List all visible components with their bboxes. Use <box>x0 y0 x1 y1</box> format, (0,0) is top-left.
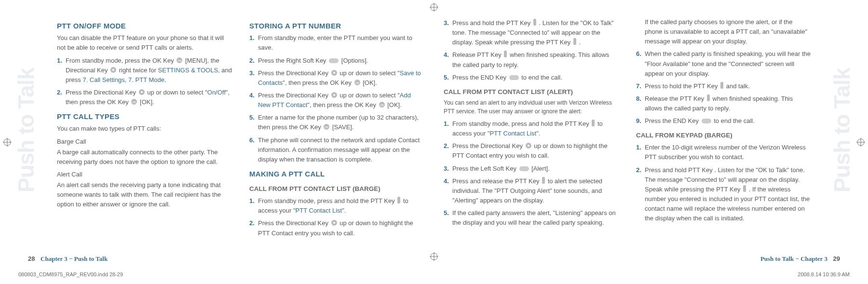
list-item: 8.Release the PTT Key when finished spea… <box>636 94 811 113</box>
crop-mark-icon <box>430 3 438 12</box>
link-text: SETTINGS & TOOLS <box>158 67 218 74</box>
body-text: A barge call automatically connects to t… <box>57 148 232 167</box>
svg-rect-46 <box>743 185 746 192</box>
left-column-2: STORING A PTT NUMBER 1.From standby mode… <box>249 16 424 257</box>
svg-rect-37 <box>509 75 519 80</box>
ptt-key-icon <box>706 94 710 102</box>
svg-point-15 <box>112 69 114 71</box>
chapter-label: Chapter 3 − Push to Talk <box>41 255 108 262</box>
body-text: You can make two types of PTT calls: <box>57 124 232 134</box>
soft-key-icon <box>519 166 529 172</box>
page-right: 3.Press and hold the PTT Key . Listen fo… <box>434 16 850 257</box>
list-item: 3.Press the Directional Key up or down t… <box>249 68 424 88</box>
list-item: 3.Press the Left Soft Key [Alert]. <box>444 164 619 174</box>
right-column-2: If the called party chooses to ignore th… <box>636 16 811 257</box>
subheading-alert: Alert Call <box>57 170 232 179</box>
svg-text:OK: OK <box>132 101 136 104</box>
list-item: 3.Press and hold the PTT Key . Listen fo… <box>444 18 619 47</box>
crop-mark-icon <box>3 138 12 147</box>
ordered-list: 1.Enter the 10-digit wireless number of … <box>636 143 811 223</box>
directional-key-icon <box>331 69 338 76</box>
svg-rect-43 <box>720 82 723 89</box>
directional-key-icon <box>331 92 338 98</box>
svg-rect-31 <box>397 197 400 203</box>
subheading-barge: Barge Call <box>57 137 232 147</box>
list-item: 7.Press to hold the PTT Key and talk. <box>636 81 811 91</box>
chapter-label: Push to Talk − Chapter 3 <box>760 255 827 262</box>
end-key-icon <box>509 75 519 81</box>
page-number: 29 <box>833 255 840 262</box>
link-text: 7. Call Settings <box>82 76 124 83</box>
list-item: 5.Enter a name for the phone number (up … <box>249 113 424 132</box>
list-item: 2. Press the Directional Key up or down … <box>57 88 232 107</box>
heading-ptt-onoff: PTT ON/OFF MODE <box>57 20 232 31</box>
page-number: 28 <box>28 255 35 262</box>
svg-rect-41 <box>519 166 529 171</box>
directional-key-icon <box>110 67 117 73</box>
list-item: 1.From standby mode, press and hold the … <box>444 119 619 138</box>
svg-point-26 <box>333 94 335 96</box>
ptt-key-icon <box>591 119 595 127</box>
ptt-key-icon <box>397 196 401 204</box>
ok-key-icon: OK <box>379 101 385 108</box>
ptt-key-icon <box>533 18 537 26</box>
svg-rect-20 <box>329 58 339 63</box>
footer-right: Push to Talk − Chapter 3 29 <box>757 255 840 263</box>
subheading-alert-list: CALL FROM PTT CONTACT LIST (ALERT) <box>444 87 619 97</box>
ok-key-icon: OK <box>323 123 330 130</box>
crop-mark-icon <box>856 138 865 147</box>
list-item: 2.Press the Directional Key up or down t… <box>249 218 424 238</box>
list-item: 1.From standby mode, enter the PTT numbe… <box>249 33 424 53</box>
list-item: 5.Press the END Key to end the call. <box>444 73 619 82</box>
subheading-barge-list: CALL FROM PTT CONTACT LIST (BARGE) <box>249 184 424 194</box>
directional-key-icon <box>525 142 532 149</box>
page-left: PTT ON/OFF MODE You can disable the PTT … <box>18 16 434 257</box>
svg-rect-34 <box>533 19 536 26</box>
list-item: 2.Press the Right Soft Key [Options]. <box>249 56 424 66</box>
ptt-key-icon <box>573 38 577 45</box>
list-item: 1. From standby mode, press the OK Key O… <box>57 56 232 85</box>
svg-rect-45 <box>702 119 711 123</box>
svg-rect-42 <box>542 177 545 184</box>
left-column-1: PTT ON/OFF MODE You can disable the PTT … <box>57 16 232 257</box>
right-column-1: 3.Press and hold the PTT Key . Listen fo… <box>444 16 619 257</box>
ok-key-icon: OK <box>354 79 361 86</box>
list-item: 9.Press the END Key to end the call. <box>636 116 811 126</box>
ptt-key-icon <box>743 185 746 192</box>
link-text: Off <box>217 89 226 96</box>
list-item: 2.Press and hold PTT Key . Listen for th… <box>636 165 811 224</box>
link-text: PTT Contact List <box>490 130 537 137</box>
body-text: If the called party chooses to ignore th… <box>636 17 811 46</box>
footer-left: 28 Chapter 3 − Push to Talk <box>28 255 111 263</box>
body-text: An alert call sends the receiving party … <box>57 180 232 209</box>
timestamp: 2008.8.14 10:36:9 AM <box>798 271 850 277</box>
soft-key-icon <box>328 58 339 64</box>
list-item: 5.If the called party answers the alert,… <box>444 208 619 228</box>
body-text: You can send an alert to any individual … <box>444 98 619 116</box>
ptt-key-icon <box>542 176 545 184</box>
list-item: 6.When the called party is finished spea… <box>636 49 811 78</box>
svg-rect-35 <box>573 38 576 45</box>
svg-rect-36 <box>504 51 507 57</box>
svg-text:OK: OK <box>325 126 329 129</box>
ok-key-icon: OK <box>176 57 183 64</box>
ordered-list: 1.From standby mode, press and hold the … <box>444 119 619 228</box>
ptt-key-icon <box>720 81 724 89</box>
heading-making-call: MAKING A PTT CALL <box>249 168 424 179</box>
ordered-list: 6.When the called party is finished spea… <box>636 49 811 126</box>
link-text: 7. PTT Mode <box>128 76 164 83</box>
directional-key-icon <box>138 89 145 95</box>
directional-key-icon <box>331 219 338 226</box>
list-item: 1.From standby mode, press and hold the … <box>249 196 424 216</box>
svg-point-40 <box>528 145 529 147</box>
list-item: 6.The phone will connect to the network … <box>249 135 424 164</box>
list-item: 4.Press and release the PTT Key to alert… <box>444 176 619 205</box>
svg-text:OK: OK <box>355 81 359 84</box>
svg-point-22 <box>333 72 335 74</box>
end-key-icon <box>701 118 712 124</box>
ordered-list: 1.From standby mode, enter the PTT numbe… <box>249 33 424 164</box>
svg-text:OK: OK <box>380 104 384 107</box>
ordered-list: 1. From standby mode, press the OK Key O… <box>57 56 232 108</box>
heading-ptt-call-types: PTT CALL TYPES <box>57 111 232 122</box>
svg-text:OK: OK <box>177 59 182 62</box>
